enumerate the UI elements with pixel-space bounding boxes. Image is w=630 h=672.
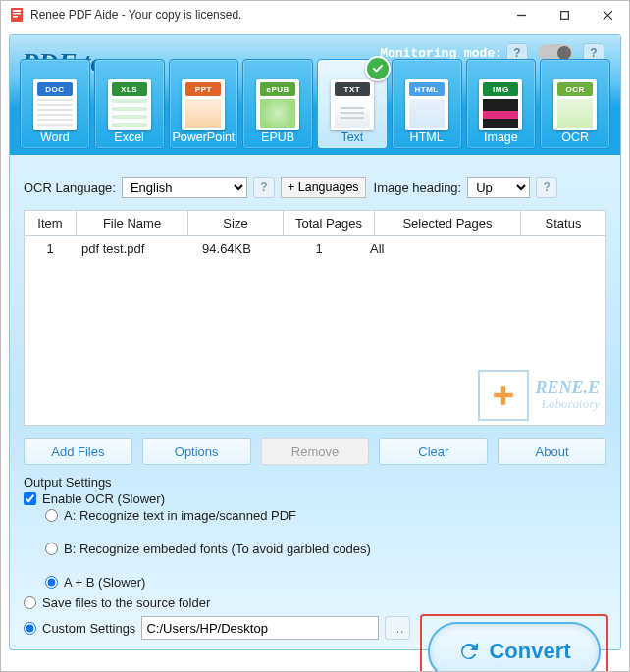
tile-label: Image [484,130,518,144]
ocr-row: OCR Language: English ? + Languages Imag… [24,177,606,198]
save-source-label: Save files to the source folder [42,595,210,610]
watermark-icon [478,370,529,421]
image-heading-select[interactable]: Up [467,177,530,198]
ocr-option-b[interactable]: B: Recognize embeded fonts (To avoid gar… [45,542,606,556]
custom-settings-label: Custom Settings [42,621,135,636]
col-size: Size [188,211,284,236]
close-button[interactable] [586,1,629,28]
format-page-icon: HTML [405,79,448,130]
col-status: Status [521,211,605,236]
ocr-language-label: OCR Language: [24,181,116,195]
check-icon [365,56,391,81]
title-bar: Renee PDF Aide - Your copy is licensed. [1,1,629,28]
header: PDF to Monitoring mode: ? ? DOC Word XLS… [10,35,620,155]
ocr-option-b-label: B: Recognize embeded fonts (To avoid gar… [64,542,371,556]
refresh-icon [457,640,481,663]
app-icon [9,7,25,23]
format-page-icon: IMG [479,79,522,130]
svg-rect-2 [13,13,21,15]
tile-text[interactable]: TXT Text [317,59,388,149]
tile-html[interactable]: HTML HTML [392,59,462,149]
file-table: Item File Name Size Total Pages Selected… [24,210,606,426]
ocr-option-a-label: A: Recognize text in image/scanned PDF [64,508,296,523]
action-row: Add Files Options Remove Clear About [24,438,606,465]
col-totalpages: Total Pages [284,211,375,236]
clear-button[interactable]: Clear [379,438,488,465]
ocr-option-ab-label: A + B (Slower) [64,575,145,590]
col-selectedpages: Selected Pages [375,211,521,236]
enable-ocr-label: Enable OCR (Slower) [42,491,165,506]
convert-highlight: Convert [420,614,608,672]
image-heading-label: Image heading: [374,181,462,195]
maximize-button[interactable] [543,1,586,28]
table-row[interactable]: 1 pdf test.pdf 94.64KB 1 All [25,236,605,260]
format-page-icon: ePUB [256,79,299,130]
format-page-icon: PPT [182,79,225,130]
enable-ocr-checkbox[interactable]: Enable OCR (Slower) [24,491,606,506]
tile-powerpoint[interactable]: PPT PowerPoint [169,59,239,149]
tile-ocr[interactable]: OCR OCR [540,59,610,149]
about-button[interactable]: About [498,438,606,465]
format-page-icon: TXT [331,79,374,130]
ocr-option-ab[interactable]: A + B (Slower) [45,575,606,590]
output-settings-title: Output Settings [24,475,606,490]
watermark: RENE.E Laboratory [478,370,600,421]
image-heading-help-button[interactable]: ? [536,177,557,198]
tile-word[interactable]: DOC Word [20,59,90,149]
minimize-button[interactable] [499,1,543,28]
svg-rect-1 [13,10,21,12]
format-page-icon: DOC [33,79,77,130]
svg-rect-3 [13,16,18,18]
ocr-option-a[interactable]: A: Recognize text in image/scanned PDF [45,508,606,523]
add-files-button[interactable]: Add Files [24,438,132,465]
tile-excel[interactable]: XLS Excel [94,59,165,149]
remove-button[interactable]: Remove [261,438,370,465]
custom-settings-radio[interactable]: Custom Settings [24,621,135,636]
watermark-title: RENE.E [535,379,600,396]
format-page-icon: XLS [108,79,151,130]
tile-label: PowerPoint [172,130,235,144]
col-item: Item [25,211,77,236]
tile-label: HTML [410,130,444,144]
add-languages-button[interactable]: + Languages [281,177,366,198]
watermark-sub: Laboratory [535,396,600,412]
save-source-folder-radio[interactable]: Save files to the source folder [24,595,210,610]
convert-label: Convert [489,639,570,664]
main-panel: PDF to Monitoring mode: ? ? DOC Word XLS… [9,34,621,650]
tile-label: Word [40,130,70,144]
tile-label: OCR [561,130,589,144]
options-button[interactable]: Options [142,438,251,465]
browse-button[interactable]: … [385,616,410,640]
body-area: OCR Language: English ? + Languages Imag… [10,155,620,649]
tile-label: Excel [114,130,144,144]
col-filename: File Name [77,211,188,236]
tile-label: Text [341,130,363,144]
ocr-language-select[interactable]: English [122,177,247,198]
output-path-input[interactable] [141,616,379,640]
ocr-help-button[interactable]: ? [253,177,275,198]
format-page-icon: OCR [553,79,597,130]
svg-rect-5 [560,11,568,19]
window-title: Renee PDF Aide - Your copy is licensed. [30,8,499,22]
tile-image[interactable]: IMG Image [466,59,537,149]
tile-epub[interactable]: ePUB EPUB [242,59,313,149]
convert-button[interactable]: Convert [428,622,601,672]
tile-label: EPUB [261,130,294,144]
